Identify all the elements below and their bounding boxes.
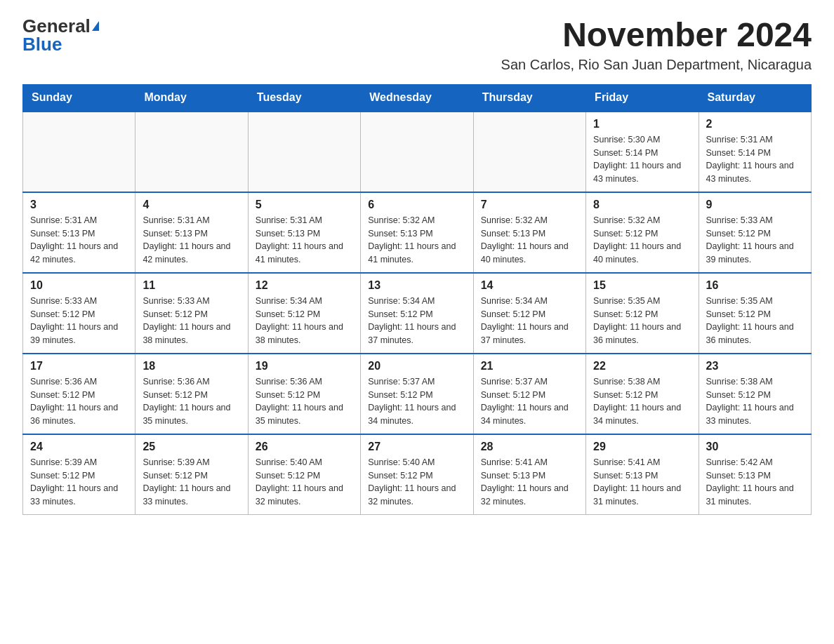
calendar-cell: 11Sunrise: 5:33 AMSunset: 5:12 PMDayligh… [135, 273, 248, 354]
day-info: Sunrise: 5:38 AMSunset: 5:12 PMDaylight:… [706, 375, 804, 428]
day-info: Sunrise: 5:35 AMSunset: 5:12 PMDaylight:… [593, 295, 691, 347]
day-number: 18 [143, 360, 240, 373]
calendar-cell: 14Sunrise: 5:34 AMSunset: 5:12 PMDayligh… [473, 273, 585, 354]
calendar-body: 1Sunrise: 5:30 AMSunset: 5:14 PMDaylight… [23, 112, 812, 515]
day-info: Sunrise: 5:31 AMSunset: 5:13 PMDaylight:… [256, 214, 353, 267]
calendar-cell: 29Sunrise: 5:41 AMSunset: 5:13 PMDayligh… [586, 434, 699, 515]
day-info: Sunrise: 5:40 AMSunset: 5:12 PMDaylight:… [368, 456, 465, 509]
day-number: 14 [481, 279, 578, 292]
calendar-cell: 2Sunrise: 5:31 AMSunset: 5:14 PMDaylight… [699, 112, 811, 192]
calendar-week-row: 17Sunrise: 5:36 AMSunset: 5:12 PMDayligh… [23, 354, 812, 434]
weekday-header-monday: Monday [135, 84, 248, 112]
day-info: Sunrise: 5:31 AMSunset: 5:13 PMDaylight:… [143, 214, 240, 267]
day-number: 1 [593, 118, 691, 130]
calendar-cell [361, 112, 473, 192]
day-info: Sunrise: 5:34 AMSunset: 5:12 PMDaylight:… [256, 295, 353, 347]
day-info: Sunrise: 5:41 AMSunset: 5:13 PMDaylight:… [481, 456, 578, 509]
day-number: 27 [368, 441, 465, 453]
calendar-cell: 7Sunrise: 5:32 AMSunset: 5:13 PMDaylight… [473, 192, 585, 273]
weekday-header-wednesday: Wednesday [361, 84, 473, 112]
calendar-cell: 13Sunrise: 5:34 AMSunset: 5:12 PMDayligh… [361, 273, 473, 354]
calendar-cell: 28Sunrise: 5:41 AMSunset: 5:13 PMDayligh… [473, 434, 585, 515]
calendar-cell: 6Sunrise: 5:32 AMSunset: 5:13 PMDaylight… [361, 192, 473, 273]
calendar-week-row: 1Sunrise: 5:30 AMSunset: 5:14 PMDaylight… [23, 112, 812, 192]
day-info: Sunrise: 5:31 AMSunset: 5:14 PMDaylight:… [706, 133, 804, 186]
calendar-cell: 16Sunrise: 5:35 AMSunset: 5:12 PMDayligh… [699, 273, 811, 354]
day-number: 8 [593, 199, 691, 211]
day-info: Sunrise: 5:30 AMSunset: 5:14 PMDaylight:… [593, 133, 691, 186]
calendar-cell: 15Sunrise: 5:35 AMSunset: 5:12 PMDayligh… [586, 273, 699, 354]
day-number: 16 [706, 279, 804, 292]
day-number: 28 [481, 441, 578, 453]
calendar-cell: 23Sunrise: 5:38 AMSunset: 5:12 PMDayligh… [699, 354, 811, 434]
day-info: Sunrise: 5:40 AMSunset: 5:12 PMDaylight:… [256, 456, 353, 509]
logo-triangle-icon [92, 21, 99, 31]
weekday-header-thursday: Thursday [473, 84, 585, 112]
day-number: 26 [256, 441, 353, 453]
day-number: 30 [706, 441, 804, 453]
calendar-cell: 3Sunrise: 5:31 AMSunset: 5:13 PMDaylight… [23, 192, 135, 273]
day-info: Sunrise: 5:42 AMSunset: 5:13 PMDaylight:… [706, 456, 804, 509]
calendar-cell: 18Sunrise: 5:36 AMSunset: 5:12 PMDayligh… [135, 354, 248, 434]
month-title: November 2024 [501, 17, 812, 54]
day-number: 12 [256, 279, 353, 292]
day-info: Sunrise: 5:32 AMSunset: 5:13 PMDaylight:… [481, 214, 578, 267]
day-info: Sunrise: 5:33 AMSunset: 5:12 PMDaylight:… [706, 214, 804, 267]
calendar-cell [248, 112, 360, 192]
day-info: Sunrise: 5:34 AMSunset: 5:12 PMDaylight:… [481, 295, 578, 347]
calendar-week-row: 3Sunrise: 5:31 AMSunset: 5:13 PMDaylight… [23, 192, 812, 273]
day-number: 15 [593, 279, 691, 292]
calendar-cell: 22Sunrise: 5:38 AMSunset: 5:12 PMDayligh… [586, 354, 699, 434]
day-number: 6 [368, 199, 465, 211]
calendar-cell: 19Sunrise: 5:36 AMSunset: 5:12 PMDayligh… [248, 354, 360, 434]
day-info: Sunrise: 5:39 AMSunset: 5:12 PMDaylight:… [30, 456, 128, 509]
day-info: Sunrise: 5:39 AMSunset: 5:12 PMDaylight:… [143, 456, 240, 509]
location-subtitle: San Carlos, Rio San Juan Department, Nic… [501, 57, 812, 73]
calendar-cell: 25Sunrise: 5:39 AMSunset: 5:12 PMDayligh… [135, 434, 248, 515]
calendar-cell: 20Sunrise: 5:37 AMSunset: 5:12 PMDayligh… [361, 354, 473, 434]
calendar-header: SundayMondayTuesdayWednesdayThursdayFrid… [23, 84, 812, 112]
logo: General Blue [22, 17, 99, 53]
day-info: Sunrise: 5:37 AMSunset: 5:12 PMDaylight:… [481, 375, 578, 428]
day-number: 5 [256, 199, 353, 211]
weekday-header-tuesday: Tuesday [248, 84, 360, 112]
day-number: 9 [706, 199, 804, 211]
weekday-header-row: SundayMondayTuesdayWednesdayThursdayFrid… [23, 84, 812, 112]
day-number: 25 [143, 441, 240, 453]
day-info: Sunrise: 5:36 AMSunset: 5:12 PMDaylight:… [143, 375, 240, 428]
calendar-cell: 1Sunrise: 5:30 AMSunset: 5:14 PMDaylight… [586, 112, 699, 192]
day-info: Sunrise: 5:41 AMSunset: 5:13 PMDaylight:… [593, 456, 691, 509]
day-number: 7 [481, 199, 578, 211]
day-info: Sunrise: 5:31 AMSunset: 5:13 PMDaylight:… [30, 214, 128, 267]
day-number: 4 [143, 199, 240, 211]
title-area: November 2024 San Carlos, Rio San Juan D… [501, 17, 812, 73]
day-number: 3 [30, 199, 128, 211]
calendar-cell [135, 112, 248, 192]
day-number: 13 [368, 279, 465, 292]
day-info: Sunrise: 5:36 AMSunset: 5:12 PMDaylight:… [256, 375, 353, 428]
calendar-cell: 30Sunrise: 5:42 AMSunset: 5:13 PMDayligh… [699, 434, 811, 515]
day-number: 11 [143, 279, 240, 292]
day-number: 10 [30, 279, 128, 292]
day-number: 29 [593, 441, 691, 453]
day-info: Sunrise: 5:38 AMSunset: 5:12 PMDaylight:… [593, 375, 691, 428]
calendar-cell: 26Sunrise: 5:40 AMSunset: 5:12 PMDayligh… [248, 434, 360, 515]
calendar-week-row: 10Sunrise: 5:33 AMSunset: 5:12 PMDayligh… [23, 273, 812, 354]
calendar-cell: 12Sunrise: 5:34 AMSunset: 5:12 PMDayligh… [248, 273, 360, 354]
calendar-cell: 8Sunrise: 5:32 AMSunset: 5:12 PMDaylight… [586, 192, 699, 273]
logo-general: General [22, 17, 91, 35]
day-number: 19 [256, 360, 353, 373]
calendar-cell: 27Sunrise: 5:40 AMSunset: 5:12 PMDayligh… [361, 434, 473, 515]
day-info: Sunrise: 5:32 AMSunset: 5:12 PMDaylight:… [593, 214, 691, 267]
day-info: Sunrise: 5:35 AMSunset: 5:12 PMDaylight:… [706, 295, 804, 347]
calendar-cell: 9Sunrise: 5:33 AMSunset: 5:12 PMDaylight… [699, 192, 811, 273]
calendar-cell: 17Sunrise: 5:36 AMSunset: 5:12 PMDayligh… [23, 354, 135, 434]
day-number: 17 [30, 360, 128, 373]
day-info: Sunrise: 5:33 AMSunset: 5:12 PMDaylight:… [30, 295, 128, 347]
weekday-header-saturday: Saturday [699, 84, 811, 112]
day-number: 22 [593, 360, 691, 373]
weekday-header-friday: Friday [586, 84, 699, 112]
calendar-cell: 5Sunrise: 5:31 AMSunset: 5:13 PMDaylight… [248, 192, 360, 273]
day-number: 23 [706, 360, 804, 373]
day-info: Sunrise: 5:36 AMSunset: 5:12 PMDaylight:… [30, 375, 128, 428]
